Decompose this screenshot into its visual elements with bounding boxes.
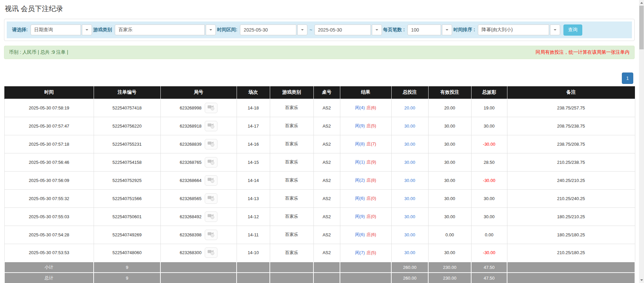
round-number: 623268839 <box>180 142 201 147</box>
cell-total-bet: 30.00 <box>391 244 428 262</box>
caret-down-icon[interactable] <box>206 25 216 35</box>
cell-session: 14-13 <box>237 189 270 207</box>
scrollbar-thumb[interactable] <box>639 6 644 49</box>
footer-empty <box>237 273 270 283</box>
video-replay-button[interactable] <box>205 247 217 258</box>
column-header: 总派彩 <box>471 86 507 99</box>
cell-remark: 210.25/180.25 <box>507 244 635 262</box>
cell-table-no: AS2 <box>313 117 340 135</box>
footer-empty <box>160 262 237 273</box>
cell-time: 2025-05-30 07:57:18 <box>4 135 94 153</box>
cell-valid-bet: 0.00 <box>428 226 471 244</box>
video-replay-button[interactable] <box>205 175 217 186</box>
round-wrap: 623268998 <box>162 103 235 113</box>
result-banker: 庄(5) <box>366 123 376 128</box>
video-replay-button[interactable] <box>205 103 217 113</box>
summary-text: 币别 : 人民币 | 总共 :9 注单 | <box>9 49 68 55</box>
cell-result: 闲(7)庄(5) <box>340 244 391 262</box>
total-bet-link[interactable]: 30.00 <box>404 250 415 255</box>
total-bet-link[interactable]: 30.00 <box>404 124 415 129</box>
page-size-select[interactable]: 100 <box>407 25 452 35</box>
scroll-down-icon[interactable] <box>639 277 644 283</box>
cell-payout: 30.00 <box>471 117 507 135</box>
caret-down-icon[interactable] <box>550 25 560 35</box>
cell-bet-id: 522540755231 <box>94 135 160 153</box>
cell-time: 2025-05-30 07:58:19 <box>4 99 94 117</box>
footer-valid-bet: 230.00 <box>428 273 471 283</box>
video-replay-icon <box>207 231 215 238</box>
cell-remark: 208.75/238.75 <box>507 117 635 135</box>
cell-remark: 180.25/210.25 <box>507 207 635 226</box>
total-bet-link[interactable]: 30.00 <box>404 142 415 147</box>
table-body: 2025-05-30 07:58:19522540757418623268998… <box>4 99 635 262</box>
date-to-select[interactable]: 2025-05-30 <box>314 25 382 35</box>
cell-game-type: 百家乐 <box>270 226 313 244</box>
table-row: 2025-05-30 07:56:46522540754158623268765… <box>4 153 635 171</box>
cell-session: 14-18 <box>237 99 270 117</box>
total-bet-link[interactable]: 30.00 <box>404 214 415 219</box>
round-wrap: 623268565 <box>162 193 235 204</box>
cell-remark: 238.75/208.75 <box>507 135 635 153</box>
result-player: 闲(6) <box>355 232 365 237</box>
query-type-select[interactable]: 日期查询 <box>31 25 92 35</box>
date-from-select[interactable]: 2025-05-30 <box>240 25 307 35</box>
column-header: 桌号 <box>313 86 340 99</box>
total-bet-link[interactable]: 30.00 <box>404 160 415 165</box>
result-player: 闲(7) <box>355 250 365 255</box>
total-bet-link[interactable]: 20.00 <box>404 105 415 110</box>
total-bet-link[interactable]: 30.00 <box>404 178 415 183</box>
bet-records-table: 时间注单编号局号场次游戏类别桌号结果总投注有效投注总派彩备注 2025-05-3… <box>4 86 635 283</box>
video-replay-button[interactable] <box>205 139 217 149</box>
table-row: 2025-05-30 07:58:19522540757418623268998… <box>4 99 635 117</box>
cell-remark: 210.25/238.75 <box>507 153 635 171</box>
cell-table-no: AS2 <box>313 226 340 244</box>
footer-empty <box>160 273 237 283</box>
cell-result: 闲(6)庄(0) <box>340 189 391 207</box>
column-header: 结果 <box>340 86 391 99</box>
cell-payout: 30.00 <box>471 189 507 207</box>
scroll-up-icon[interactable] <box>639 0 644 6</box>
round-wrap: 623268918 <box>162 121 235 131</box>
result-player: 闲(9) <box>355 123 365 128</box>
caret-down-icon[interactable] <box>297 25 307 35</box>
footer-count: 9 <box>94 273 160 283</box>
query-type-value: 日期查询 <box>31 25 81 35</box>
caret-down-icon[interactable] <box>82 25 92 35</box>
cell-total-bet: 30.00 <box>391 135 428 153</box>
range-separator: ~ <box>309 27 312 33</box>
video-replay-button[interactable] <box>205 193 217 204</box>
filter-panel: 请选择: 日期查询 游戏类别 百家乐 时间区间: 2025-05-30 ~ 20… <box>4 19 635 41</box>
scrollbar[interactable] <box>639 0 644 283</box>
time-sort-value: 降幂(由大到小) <box>478 25 549 35</box>
caret-down-icon[interactable] <box>442 25 452 35</box>
time-sort-select[interactable]: 降幂(由大到小) <box>478 25 560 35</box>
caret-down-icon[interactable] <box>372 25 382 35</box>
table-row: 2025-05-30 07:55:03522540750601623268492… <box>4 207 635 226</box>
video-replay-button[interactable] <box>205 121 217 131</box>
column-header: 场次 <box>237 86 270 99</box>
cell-round: 623268300 <box>160 244 237 262</box>
page-button-1[interactable]: 1 <box>622 73 633 84</box>
cell-session: 14-12 <box>237 207 270 226</box>
game-type-select[interactable]: 百家乐 <box>115 25 216 35</box>
result-player: 闲(8) <box>355 141 365 146</box>
cell-game-type: 百家乐 <box>270 99 313 117</box>
cell-result: 闲(2)庄(8) <box>340 171 391 189</box>
total-bet-link[interactable]: 30.00 <box>404 196 415 201</box>
video-replay-icon <box>207 213 215 220</box>
search-button[interactable]: 查询 <box>563 25 582 36</box>
result-banker: 庄(8) <box>366 178 376 183</box>
cell-payout: 0.00 <box>471 226 507 244</box>
footer-count: 9 <box>94 262 160 273</box>
page-size-label: 每页笔数 : <box>383 27 405 33</box>
cell-total-bet: 30.00 <box>391 171 428 189</box>
cell-round: 623268839 <box>160 135 237 153</box>
cell-bet-id: 522540750601 <box>94 207 160 226</box>
cell-round: 623268918 <box>160 117 237 135</box>
video-replay-button[interactable] <box>205 157 217 168</box>
cell-valid-bet: 30.00 <box>428 189 471 207</box>
video-replay-button[interactable] <box>205 211 217 222</box>
total-bet-link[interactable]: 30.00 <box>404 232 415 237</box>
video-replay-button[interactable] <box>205 230 217 240</box>
cell-result: 闲(1)庄(9) <box>340 153 391 171</box>
